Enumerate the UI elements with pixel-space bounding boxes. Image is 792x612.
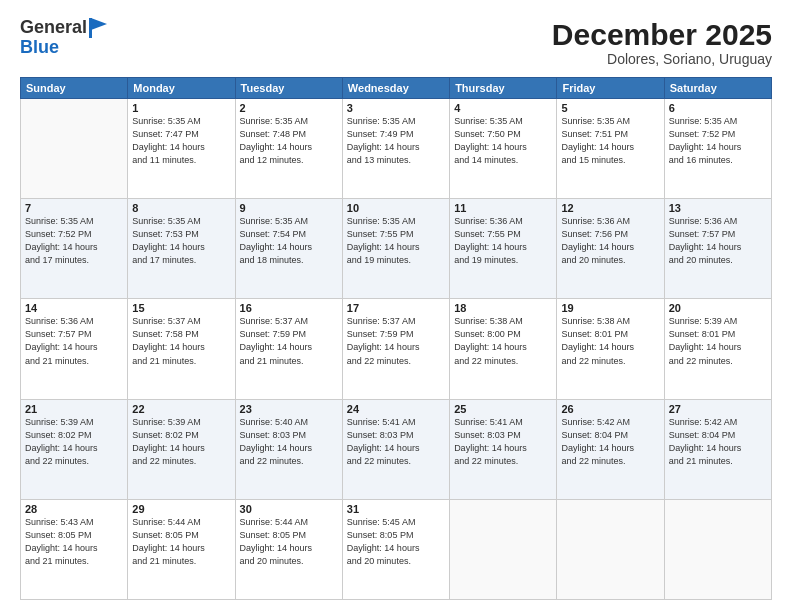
calendar-cell: 31Sunrise: 5:45 AM Sunset: 8:05 PM Dayli… bbox=[342, 499, 449, 599]
day-info: Sunrise: 5:42 AM Sunset: 8:04 PM Dayligh… bbox=[561, 416, 659, 468]
day-number: 9 bbox=[240, 202, 338, 214]
calendar-cell: 3Sunrise: 5:35 AM Sunset: 7:49 PM Daylig… bbox=[342, 99, 449, 199]
calendar-cell: 26Sunrise: 5:42 AM Sunset: 8:04 PM Dayli… bbox=[557, 399, 664, 499]
logo-icon bbox=[89, 18, 107, 38]
month-title: December 2025 bbox=[552, 18, 772, 51]
svg-rect-1 bbox=[89, 18, 92, 38]
calendar-cell: 12Sunrise: 5:36 AM Sunset: 7:56 PM Dayli… bbox=[557, 199, 664, 299]
col-header-monday: Monday bbox=[128, 78, 235, 99]
day-number: 14 bbox=[25, 302, 123, 314]
calendar-week-3: 14Sunrise: 5:36 AM Sunset: 7:57 PM Dayli… bbox=[21, 299, 772, 399]
day-number: 28 bbox=[25, 503, 123, 515]
day-number: 3 bbox=[347, 102, 445, 114]
calendar-cell: 8Sunrise: 5:35 AM Sunset: 7:53 PM Daylig… bbox=[128, 199, 235, 299]
col-header-tuesday: Tuesday bbox=[235, 78, 342, 99]
header: General Blue December 2025 Dolores, Sori… bbox=[20, 18, 772, 67]
calendar-week-1: 1Sunrise: 5:35 AM Sunset: 7:47 PM Daylig… bbox=[21, 99, 772, 199]
calendar-week-2: 7Sunrise: 5:35 AM Sunset: 7:52 PM Daylig… bbox=[21, 199, 772, 299]
day-info: Sunrise: 5:35 AM Sunset: 7:52 PM Dayligh… bbox=[669, 115, 767, 167]
calendar-cell: 11Sunrise: 5:36 AM Sunset: 7:55 PM Dayli… bbox=[450, 199, 557, 299]
day-number: 2 bbox=[240, 102, 338, 114]
day-number: 8 bbox=[132, 202, 230, 214]
day-info: Sunrise: 5:39 AM Sunset: 8:02 PM Dayligh… bbox=[132, 416, 230, 468]
day-number: 6 bbox=[669, 102, 767, 114]
calendar-cell: 28Sunrise: 5:43 AM Sunset: 8:05 PM Dayli… bbox=[21, 499, 128, 599]
calendar-cell: 7Sunrise: 5:35 AM Sunset: 7:52 PM Daylig… bbox=[21, 199, 128, 299]
day-number: 24 bbox=[347, 403, 445, 415]
day-number: 30 bbox=[240, 503, 338, 515]
day-number: 21 bbox=[25, 403, 123, 415]
col-header-wednesday: Wednesday bbox=[342, 78, 449, 99]
day-info: Sunrise: 5:35 AM Sunset: 7:49 PM Dayligh… bbox=[347, 115, 445, 167]
day-info: Sunrise: 5:37 AM Sunset: 7:58 PM Dayligh… bbox=[132, 315, 230, 367]
day-number: 20 bbox=[669, 302, 767, 314]
day-number: 26 bbox=[561, 403, 659, 415]
day-number: 27 bbox=[669, 403, 767, 415]
day-info: Sunrise: 5:39 AM Sunset: 8:02 PM Dayligh… bbox=[25, 416, 123, 468]
day-number: 10 bbox=[347, 202, 445, 214]
calendar-cell: 9Sunrise: 5:35 AM Sunset: 7:54 PM Daylig… bbox=[235, 199, 342, 299]
day-number: 25 bbox=[454, 403, 552, 415]
day-info: Sunrise: 5:35 AM Sunset: 7:53 PM Dayligh… bbox=[132, 215, 230, 267]
calendar-header-row: SundayMondayTuesdayWednesdayThursdayFrid… bbox=[21, 78, 772, 99]
calendar-table: SundayMondayTuesdayWednesdayThursdayFrid… bbox=[20, 77, 772, 600]
day-info: Sunrise: 5:38 AM Sunset: 8:01 PM Dayligh… bbox=[561, 315, 659, 367]
day-number: 19 bbox=[561, 302, 659, 314]
day-info: Sunrise: 5:40 AM Sunset: 8:03 PM Dayligh… bbox=[240, 416, 338, 468]
day-number: 5 bbox=[561, 102, 659, 114]
calendar-cell: 25Sunrise: 5:41 AM Sunset: 8:03 PM Dayli… bbox=[450, 399, 557, 499]
calendar-cell: 18Sunrise: 5:38 AM Sunset: 8:00 PM Dayli… bbox=[450, 299, 557, 399]
day-info: Sunrise: 5:35 AM Sunset: 7:55 PM Dayligh… bbox=[347, 215, 445, 267]
calendar-cell: 23Sunrise: 5:40 AM Sunset: 8:03 PM Dayli… bbox=[235, 399, 342, 499]
calendar-cell bbox=[450, 499, 557, 599]
day-number: 15 bbox=[132, 302, 230, 314]
day-number: 13 bbox=[669, 202, 767, 214]
calendar-cell: 13Sunrise: 5:36 AM Sunset: 7:57 PM Dayli… bbox=[664, 199, 771, 299]
day-info: Sunrise: 5:37 AM Sunset: 7:59 PM Dayligh… bbox=[347, 315, 445, 367]
calendar-cell: 20Sunrise: 5:39 AM Sunset: 8:01 PM Dayli… bbox=[664, 299, 771, 399]
day-info: Sunrise: 5:35 AM Sunset: 7:54 PM Dayligh… bbox=[240, 215, 338, 267]
col-header-friday: Friday bbox=[557, 78, 664, 99]
day-info: Sunrise: 5:35 AM Sunset: 7:52 PM Dayligh… bbox=[25, 215, 123, 267]
calendar-week-5: 28Sunrise: 5:43 AM Sunset: 8:05 PM Dayli… bbox=[21, 499, 772, 599]
svg-marker-0 bbox=[91, 18, 107, 30]
calendar-cell bbox=[664, 499, 771, 599]
day-info: Sunrise: 5:39 AM Sunset: 8:01 PM Dayligh… bbox=[669, 315, 767, 367]
day-number: 18 bbox=[454, 302, 552, 314]
day-number: 31 bbox=[347, 503, 445, 515]
day-info: Sunrise: 5:41 AM Sunset: 8:03 PM Dayligh… bbox=[347, 416, 445, 468]
logo-general: General bbox=[20, 18, 87, 38]
day-info: Sunrise: 5:35 AM Sunset: 7:50 PM Dayligh… bbox=[454, 115, 552, 167]
calendar-cell: 17Sunrise: 5:37 AM Sunset: 7:59 PM Dayli… bbox=[342, 299, 449, 399]
calendar-cell: 29Sunrise: 5:44 AM Sunset: 8:05 PM Dayli… bbox=[128, 499, 235, 599]
calendar-cell: 2Sunrise: 5:35 AM Sunset: 7:48 PM Daylig… bbox=[235, 99, 342, 199]
day-number: 11 bbox=[454, 202, 552, 214]
calendar-week-4: 21Sunrise: 5:39 AM Sunset: 8:02 PM Dayli… bbox=[21, 399, 772, 499]
day-info: Sunrise: 5:36 AM Sunset: 7:55 PM Dayligh… bbox=[454, 215, 552, 267]
day-info: Sunrise: 5:44 AM Sunset: 8:05 PM Dayligh… bbox=[132, 516, 230, 568]
col-header-sunday: Sunday bbox=[21, 78, 128, 99]
day-info: Sunrise: 5:35 AM Sunset: 7:47 PM Dayligh… bbox=[132, 115, 230, 167]
calendar-cell: 5Sunrise: 5:35 AM Sunset: 7:51 PM Daylig… bbox=[557, 99, 664, 199]
day-info: Sunrise: 5:35 AM Sunset: 7:51 PM Dayligh… bbox=[561, 115, 659, 167]
logo-blue: Blue bbox=[20, 38, 107, 58]
calendar-cell: 16Sunrise: 5:37 AM Sunset: 7:59 PM Dayli… bbox=[235, 299, 342, 399]
calendar-cell bbox=[557, 499, 664, 599]
day-number: 16 bbox=[240, 302, 338, 314]
calendar-cell bbox=[21, 99, 128, 199]
day-info: Sunrise: 5:38 AM Sunset: 8:00 PM Dayligh… bbox=[454, 315, 552, 367]
day-number: 29 bbox=[132, 503, 230, 515]
calendar-cell: 27Sunrise: 5:42 AM Sunset: 8:04 PM Dayli… bbox=[664, 399, 771, 499]
calendar-cell: 24Sunrise: 5:41 AM Sunset: 8:03 PM Dayli… bbox=[342, 399, 449, 499]
day-number: 7 bbox=[25, 202, 123, 214]
day-info: Sunrise: 5:44 AM Sunset: 8:05 PM Dayligh… bbox=[240, 516, 338, 568]
day-info: Sunrise: 5:36 AM Sunset: 7:56 PM Dayligh… bbox=[561, 215, 659, 267]
calendar-cell: 10Sunrise: 5:35 AM Sunset: 7:55 PM Dayli… bbox=[342, 199, 449, 299]
day-number: 17 bbox=[347, 302, 445, 314]
day-info: Sunrise: 5:36 AM Sunset: 7:57 PM Dayligh… bbox=[25, 315, 123, 367]
calendar-cell: 30Sunrise: 5:44 AM Sunset: 8:05 PM Dayli… bbox=[235, 499, 342, 599]
calendar-cell: 15Sunrise: 5:37 AM Sunset: 7:58 PM Dayli… bbox=[128, 299, 235, 399]
day-info: Sunrise: 5:43 AM Sunset: 8:05 PM Dayligh… bbox=[25, 516, 123, 568]
calendar-cell: 14Sunrise: 5:36 AM Sunset: 7:57 PM Dayli… bbox=[21, 299, 128, 399]
day-number: 1 bbox=[132, 102, 230, 114]
